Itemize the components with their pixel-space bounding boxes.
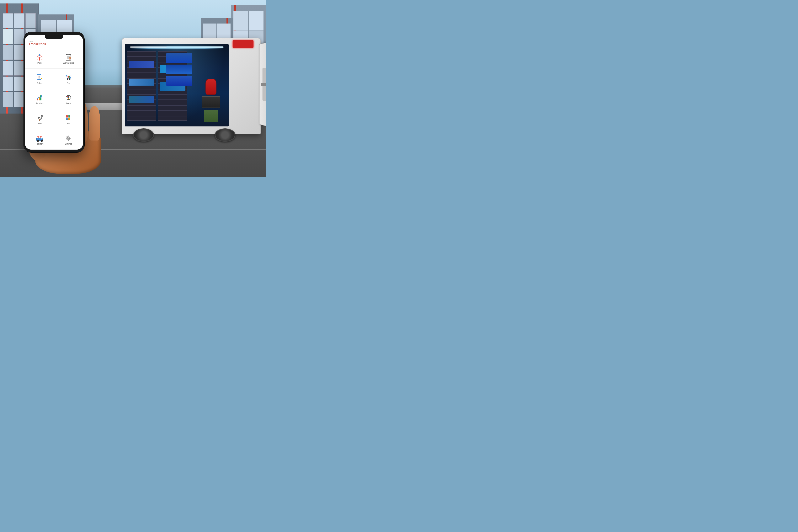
equipment-box xyxy=(202,96,220,108)
settings-label: Settings xyxy=(65,143,72,145)
menu-item-tools[interactable]: Tools xyxy=(25,109,54,129)
menu-item-cart[interactable]: Cart xyxy=(54,69,83,89)
items-icon xyxy=(64,94,73,102)
hand-phone-group: eTurns TrackStock xyxy=(21,32,138,174)
win xyxy=(3,13,13,28)
svg-point-15 xyxy=(69,78,70,80)
tools-icon xyxy=(35,114,44,122)
svg-point-31 xyxy=(67,118,67,118)
kits-label: Kits xyxy=(67,122,70,125)
work-orders-icon xyxy=(64,53,73,61)
svg-point-34 xyxy=(37,140,39,142)
phone: eTurns TrackStock xyxy=(24,32,84,153)
van-door-open xyxy=(259,40,266,129)
svg-point-37 xyxy=(68,138,69,139)
pulls-label: Pulls xyxy=(37,62,42,64)
phone-screen: eTurns TrackStock xyxy=(25,35,83,149)
transfers-icon xyxy=(35,134,44,142)
menu-item-settings[interactable]: Settings xyxy=(54,129,83,149)
win xyxy=(3,92,13,107)
phone-notch xyxy=(45,35,63,39)
van-brake-light xyxy=(233,40,253,48)
van-interior xyxy=(125,44,228,127)
svg-point-14 xyxy=(67,78,68,80)
receives-icon xyxy=(35,94,44,102)
menu-item-items[interactable]: Items xyxy=(54,89,83,109)
svg-point-35 xyxy=(41,140,43,142)
green-container xyxy=(204,110,218,122)
work-orders-label: Work Orders xyxy=(63,62,74,64)
menu-item-pulls[interactable]: Pulls xyxy=(25,49,54,69)
win xyxy=(233,12,248,30)
svg-rect-33 xyxy=(36,138,41,140)
svg-point-22 xyxy=(68,98,69,99)
menu-item-work-orders[interactable]: Work Orders xyxy=(54,49,83,69)
svg-rect-26 xyxy=(66,115,68,117)
win xyxy=(3,77,13,91)
cart-label: Cart xyxy=(67,82,70,84)
win xyxy=(3,45,13,60)
roll-3 xyxy=(166,76,192,86)
win xyxy=(25,13,36,28)
menu-item-transfers[interactable]: Transfers xyxy=(25,129,54,149)
svg-rect-18 xyxy=(40,95,41,100)
transfers-label: Transfers xyxy=(36,143,43,145)
orders-icon xyxy=(35,73,44,82)
menu-item-kits[interactable]: Kits xyxy=(54,109,83,129)
win xyxy=(249,12,264,30)
header-divider xyxy=(25,48,83,48)
cart-icon xyxy=(64,73,73,82)
menu-item-receives[interactable]: Receives xyxy=(25,89,54,109)
roll-2 xyxy=(166,64,192,74)
svg-point-30 xyxy=(68,116,69,117)
svg-point-6 xyxy=(38,76,38,77)
brand-large: TrackStock xyxy=(28,42,46,46)
pulls-icon xyxy=(35,53,44,61)
menu-item-orders[interactable]: Orders xyxy=(25,69,54,89)
win xyxy=(3,61,13,76)
svg-point-19 xyxy=(67,96,68,97)
svg-point-21 xyxy=(67,97,68,98)
svg-point-10 xyxy=(38,78,38,78)
svg-point-20 xyxy=(69,96,69,96)
items-label: Items xyxy=(66,102,71,104)
tools-label: Tools xyxy=(37,122,42,125)
svg-point-8 xyxy=(38,77,38,77)
scene-background: 🌴 🌴 🌴 xyxy=(0,0,266,177)
van-wheel-rear xyxy=(215,128,235,142)
kits-icon xyxy=(64,114,73,122)
win xyxy=(14,13,24,28)
settings-icon xyxy=(64,134,73,142)
van-floor-items xyxy=(195,77,227,122)
blue-rolls xyxy=(166,51,192,100)
van-body xyxy=(122,38,261,134)
svg-point-32 xyxy=(68,118,69,118)
orders-label: Orders xyxy=(37,82,43,84)
receives-label: Receives xyxy=(36,102,43,104)
fire-extinguisher xyxy=(206,79,216,95)
svg-rect-1 xyxy=(67,54,70,55)
roll-1 xyxy=(166,53,192,63)
finger-4 xyxy=(89,107,100,140)
win xyxy=(3,29,13,44)
app-menu-grid: Pulls xyxy=(25,49,83,149)
door-handle xyxy=(261,83,266,86)
svg-rect-12 xyxy=(68,76,69,77)
svg-rect-24 xyxy=(38,117,40,119)
svg-rect-13 xyxy=(69,76,70,77)
